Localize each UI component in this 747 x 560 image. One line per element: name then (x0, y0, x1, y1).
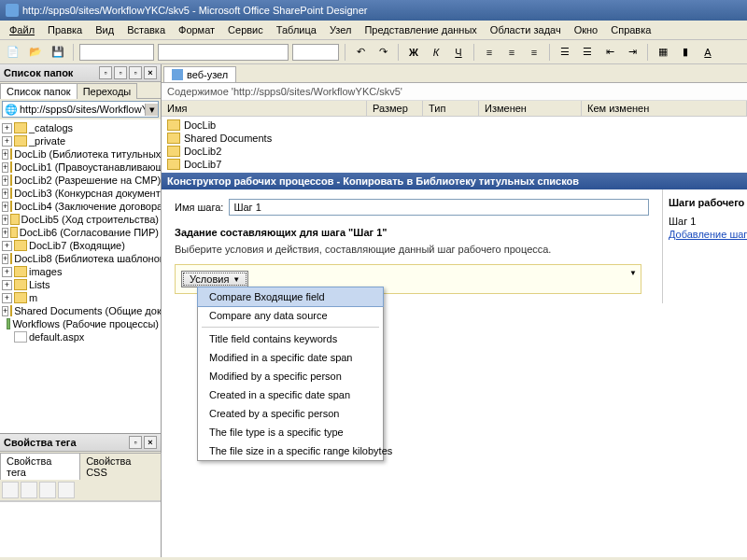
menu-item[interactable]: Title field contains keywords (198, 329, 383, 348)
tree-item[interactable]: +DocLib (Библиотека титульных (2, 147, 159, 161)
props-close-icon[interactable]: × (144, 436, 157, 449)
menu-item[interactable]: The file type is a specific type (198, 423, 383, 441)
tab-navigation[interactable]: Переходы (77, 83, 138, 99)
highlight-icon[interactable]: ▮ (676, 43, 695, 62)
italic-icon[interactable]: К (427, 43, 445, 62)
tree-item[interactable]: +m (2, 291, 159, 304)
tree-item[interactable]: +DocLib3 (Конкурсная документ (2, 187, 159, 200)
redo-icon[interactable]: ↷ (374, 43, 392, 62)
menu-edit[interactable]: Правка (42, 22, 88, 37)
col-name[interactable]: Имя (162, 101, 367, 116)
menu-item[interactable]: Compare any data source (198, 306, 383, 325)
align-left-icon[interactable]: ≡ (480, 43, 499, 62)
props-tb4-icon[interactable] (58, 482, 75, 498)
tab-folderlist[interactable]: Список папок (0, 83, 78, 99)
add-step-link[interactable]: Добавление шага р (669, 229, 747, 240)
tree-item[interactable]: +Shared Documents (Общие док (2, 304, 159, 317)
file-row[interactable]: Shared Documents (167, 132, 741, 145)
tree-item[interactable]: Workflows (Рабочие процессы) (2, 317, 159, 330)
area-dropdown-icon[interactable]: ▼ (629, 269, 637, 277)
tab-tagprops[interactable]: Свойства тега (0, 453, 80, 480)
tree-item[interactable]: default.aspx (2, 330, 159, 343)
expand-icon[interactable]: + (2, 123, 12, 133)
props-btn-icon[interactable]: ▫ (129, 436, 142, 449)
expand-icon[interactable]: + (2, 228, 8, 238)
bold-icon[interactable]: Ж (404, 43, 423, 62)
undo-icon[interactable]: ↶ (351, 43, 370, 62)
col-type[interactable]: Тип (423, 101, 479, 116)
menu-item[interactable]: Compare Входящие field (197, 287, 384, 307)
outdent-icon[interactable]: ⇤ (600, 43, 619, 62)
underline-icon[interactable]: Ч (449, 43, 468, 62)
address-bar[interactable]: 🌐 http://spps0/sites/WorkflowYKC/skv ▾ (2, 101, 159, 118)
doc-tab-website[interactable]: веб-узел (163, 66, 236, 82)
menu-view[interactable]: Вид (90, 22, 120, 37)
address-dropdown-icon[interactable]: ▾ (145, 104, 158, 116)
tree-item[interactable]: +Lists (2, 278, 159, 291)
tree-item[interactable]: +DocLib1 (Правоустанавливающ (2, 161, 159, 174)
numbering-icon[interactable]: ☰ (578, 43, 597, 62)
bullets-icon[interactable]: ☰ (556, 43, 574, 62)
expand-icon[interactable]: + (2, 189, 8, 199)
fontcolor-icon[interactable]: A (698, 43, 717, 62)
menu-file[interactable]: Файл (4, 22, 40, 37)
expand-icon[interactable]: + (2, 293, 12, 303)
file-row[interactable]: DocLib2 (167, 145, 741, 158)
tree-item[interactable]: +_private (2, 134, 159, 147)
col-modified[interactable]: Изменен (479, 101, 582, 116)
expand-icon[interactable]: + (2, 280, 12, 290)
tree-item[interactable]: +DocLib6 (Согласование ПИР) (2, 226, 159, 239)
file-row[interactable]: DocLib (167, 119, 741, 132)
file-row[interactable]: DocLib7 (167, 158, 741, 171)
expand-icon[interactable]: + (2, 306, 8, 316)
expand-icon[interactable]: + (2, 202, 8, 212)
expand-icon[interactable]: + (2, 149, 8, 160)
menu-item[interactable]: Modified by a specific person (198, 367, 383, 385)
step-name-input[interactable] (229, 199, 649, 216)
tree-item[interactable]: +images (2, 265, 159, 278)
menu-format[interactable]: Формат (173, 22, 220, 37)
size-combo[interactable] (292, 44, 339, 61)
tree-item[interactable]: +DocLib8 (Библиотека шаблонов (2, 252, 159, 265)
menu-dataview[interactable]: Представление данных (359, 22, 482, 37)
menu-tools[interactable]: Сервис (222, 22, 269, 37)
align-center-icon[interactable]: ≡ (502, 43, 521, 62)
tab-cssprops[interactable]: Свойства CSS (79, 453, 162, 480)
col-modifiedby[interactable]: Кем изменен (582, 101, 747, 116)
panel-btn3-icon[interactable]: ▫ (129, 66, 142, 79)
menu-table[interactable]: Таблица (271, 22, 322, 37)
menu-item[interactable]: Created by a specific person (198, 404, 383, 423)
expand-icon[interactable]: + (2, 215, 8, 225)
tree-item[interactable]: +DocLib2 (Разрешение на СМР) (2, 174, 159, 187)
indent-icon[interactable]: ⇥ (623, 43, 641, 62)
new-icon[interactable]: 📄 (4, 43, 22, 62)
menu-item[interactable]: Created in a specific date span (198, 385, 383, 404)
menu-taskpanes[interactable]: Области задач (485, 22, 567, 37)
menu-item[interactable]: The file size in a specific range kiloby… (198, 441, 383, 460)
open-icon[interactable]: 📂 (26, 43, 45, 62)
menu-insert[interactable]: Вставка (121, 22, 171, 37)
save-icon[interactable]: 💾 (49, 43, 67, 62)
panel-btn1-icon[interactable]: ▫ (99, 66, 112, 79)
panel-close-icon[interactable]: × (144, 66, 157, 79)
panel-btn2-icon[interactable]: ▫ (114, 66, 127, 79)
expand-icon[interactable]: + (2, 136, 12, 147)
props-tb1-icon[interactable] (2, 482, 19, 498)
expand-icon[interactable]: + (2, 254, 8, 264)
expand-icon[interactable]: + (2, 175, 8, 186)
menu-window[interactable]: Окно (569, 22, 604, 37)
props-tb3-icon[interactable] (39, 482, 56, 498)
menu-item[interactable]: Modified in a specific date span (198, 348, 383, 367)
font-combo[interactable] (158, 44, 289, 61)
tree-item[interactable]: +DocLib4 (Заключение договора (2, 200, 159, 213)
menu-site[interactable]: Узел (324, 22, 357, 37)
tree-item[interactable]: +DocLib5 (Ход строительства) (2, 213, 159, 226)
conditions-button[interactable]: Условия ▼ (181, 271, 248, 287)
tree-item[interactable]: +_catalogs (2, 121, 159, 134)
props-tb2-icon[interactable] (21, 482, 37, 498)
tree-item[interactable]: +DocLib7 (Входящие) (2, 239, 159, 252)
menu-help[interactable]: Справка (605, 22, 656, 37)
expand-icon[interactable]: + (2, 267, 12, 277)
col-size[interactable]: Размер (367, 101, 423, 116)
style-combo[interactable] (79, 44, 154, 61)
